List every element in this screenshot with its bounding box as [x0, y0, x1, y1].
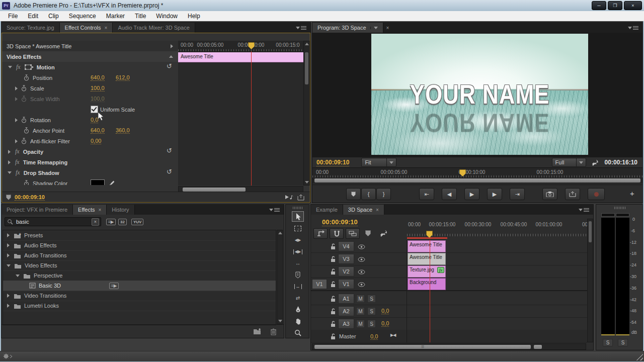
- position-y-value[interactable]: 612,0: [116, 74, 130, 81]
- tab-source-monitor[interactable]: Source: Texture.jpg: [2, 23, 60, 33]
- effects-search-box[interactable]: ×: [5, 217, 101, 226]
- collapse-icon[interactable]: [169, 55, 173, 58]
- reset-effect-icon[interactable]: ↺: [167, 168, 172, 175]
- add-button[interactable]: +: [630, 189, 634, 198]
- stopwatch-icon[interactable]: [21, 138, 27, 144]
- tree-item-lumetri-looks[interactable]: Lumetri Looks: [3, 301, 276, 311]
- ec-effect-opacity[interactable]: fx Opacity ↺: [2, 146, 178, 157]
- menu-window[interactable]: Window: [151, 13, 183, 20]
- record-button[interactable]: [588, 188, 605, 200]
- tab-history[interactable]: History: [107, 205, 134, 215]
- stopwatch-icon[interactable]: [24, 74, 29, 81]
- reset-effect-icon[interactable]: ↺: [167, 147, 172, 154]
- ec-effect-drop-shadow[interactable]: fx Drop Shadow ↺: [2, 167, 178, 178]
- step-forward-button[interactable]: ▶: [487, 188, 502, 200]
- lock-open-icon[interactable]: [331, 243, 336, 250]
- lock-open-icon[interactable]: [331, 321, 336, 327]
- zoom-tool[interactable]: [292, 327, 304, 338]
- tab-close-icon[interactable]: ×: [383, 23, 392, 33]
- tab-effect-controls[interactable]: Effect Controls ×: [60, 23, 113, 33]
- ec-timecode[interactable]: 00:00:09:10: [15, 194, 45, 201]
- track-a3-solo[interactable]: S: [367, 320, 376, 328]
- stopwatch-icon[interactable]: [24, 127, 29, 134]
- disclosure-icon[interactable]: [8, 66, 12, 68]
- titlebar[interactable]: Pr Adobe Premiere Pro - E:\Tuts+\VFX in …: [0, 0, 644, 11]
- settings-wrench-icon[interactable]: [591, 159, 599, 166]
- track-a2-solo[interactable]: S: [367, 307, 376, 315]
- tree-item-perspective[interactable]: Perspective: [3, 270, 276, 281]
- ec-playhead-marker[interactable]: [248, 42, 255, 49]
- anti-flicker-value[interactable]: 0,00: [91, 138, 101, 144]
- menu-help[interactable]: Help: [183, 13, 205, 20]
- add-marker-icon[interactable]: [365, 230, 371, 236]
- lock-open-icon[interactable]: [331, 256, 336, 262]
- ec-section-video-effects[interactable]: Video Effects: [2, 51, 178, 62]
- clear-search-icon[interactable]: ×: [92, 218, 99, 226]
- step-back-button[interactable]: ◀: [442, 188, 457, 200]
- panel-menu-icon[interactable]: [575, 205, 593, 215]
- show-clip-keyframes-icon[interactable]: [171, 44, 173, 48]
- stopwatch-icon[interactable]: [21, 85, 27, 92]
- program-video-frame[interactable]: YOUR NAME YOUR NAME: [371, 34, 588, 155]
- tree-item-basic-3d[interactable]: Basic 3D ≡▶: [3, 281, 276, 291]
- tree-item-video-transitions[interactable]: Video Transitions: [3, 291, 276, 301]
- track-select-tool[interactable]: →: [292, 223, 304, 234]
- status-gear-icon[interactable]: [3, 353, 13, 359]
- track-a2-name[interactable]: A2: [338, 306, 354, 316]
- lock-open-icon[interactable]: [331, 308, 336, 315]
- resize-grip[interactable]: [636, 353, 643, 360]
- uniform-scale-checkbox[interactable]: [91, 106, 98, 113]
- ec-ruler[interactable]: 00:00 00:00:05:00 00:00:10:00 00:00:15:0: [178, 41, 303, 52]
- menu-edit[interactable]: Edit: [23, 13, 43, 20]
- track-a1-mute[interactable]: M: [356, 295, 365, 303]
- tab-close-icon[interactable]: ×: [98, 207, 101, 213]
- scroll-up-icon[interactable]: [278, 232, 282, 234]
- mark-in-button[interactable]: {: [361, 188, 376, 200]
- disclosure-icon[interactable]: [15, 139, 18, 143]
- clip-awesome-title-v3[interactable]: Awesome Title: [408, 253, 446, 265]
- track-v2-eye-icon[interactable]: [358, 269, 365, 275]
- lock-open-icon[interactable]: [331, 296, 336, 302]
- menu-clip[interactable]: Clip: [43, 13, 64, 20]
- tree-item-audio-transitions[interactable]: Audio Transitions: [3, 250, 276, 261]
- disclosure-icon[interactable]: [8, 171, 12, 174]
- scroll-down-icon[interactable]: [305, 181, 309, 184]
- tree-item-presets[interactable]: ∗ Presets: [3, 230, 276, 241]
- scroll-thumb-handle[interactable]: [534, 345, 542, 349]
- scroll-thumb[interactable]: [183, 188, 246, 192]
- track-v2-name[interactable]: V2: [338, 266, 354, 277]
- slip-tool[interactable]: ↔: [292, 281, 304, 292]
- solo-right-button[interactable]: S: [618, 339, 628, 346]
- scroll-down-icon[interactable]: [278, 320, 282, 322]
- linked-selection-icon[interactable]: [346, 228, 360, 239]
- track-v4-eye-icon[interactable]: [358, 244, 365, 249]
- program-current-timecode[interactable]: 00:00:09:10: [316, 159, 349, 166]
- tab-dropdown-icon[interactable]: [370, 27, 378, 29]
- tab-close-icon[interactable]: ×: [376, 207, 379, 213]
- play-button[interactable]: ▶: [464, 188, 479, 200]
- disclosure-icon[interactable]: [8, 150, 11, 154]
- stopwatch-icon[interactable]: [21, 117, 27, 123]
- disclosure-icon[interactable]: [15, 118, 18, 122]
- source-patch-v1[interactable]: V1: [312, 279, 327, 289]
- tab-sequence-example[interactable]: Example: [311, 205, 343, 215]
- go-to-in-button[interactable]: ⇤: [419, 188, 434, 200]
- trash-icon[interactable]: [270, 328, 277, 335]
- lock-open-icon[interactable]: [331, 268, 336, 275]
- pen-tool[interactable]: [292, 304, 304, 315]
- timeline-vertical-scrollbar[interactable]: [587, 219, 593, 342]
- menu-sequence[interactable]: Sequence: [64, 13, 101, 20]
- track-v4-name[interactable]: V4: [338, 241, 354, 251]
- program-ruler[interactable]: 00:00 00:00:05:00 00:00:10:00 00:00:15:0…: [312, 167, 642, 178]
- timeline-timecode[interactable]: 00:00:09:10: [322, 218, 358, 226]
- work-area-bar[interactable]: [407, 237, 447, 239]
- 32bit-filter-icon[interactable]: 32: [118, 219, 127, 225]
- ec-effect-motion[interactable]: fx Motion ↺: [2, 62, 178, 73]
- master-bowtie-icon[interactable]: ▶◀: [390, 333, 395, 337]
- menu-title[interactable]: Title: [130, 13, 151, 20]
- playback-resolution-dropdown[interactable]: Full: [552, 158, 586, 167]
- new-bin-icon[interactable]: [253, 328, 262, 335]
- slide-tool[interactable]: ⇄: [292, 293, 304, 303]
- track-v3-name[interactable]: V3: [338, 254, 354, 264]
- clip-awesome-title-v4[interactable]: Awesome Title: [408, 240, 446, 252]
